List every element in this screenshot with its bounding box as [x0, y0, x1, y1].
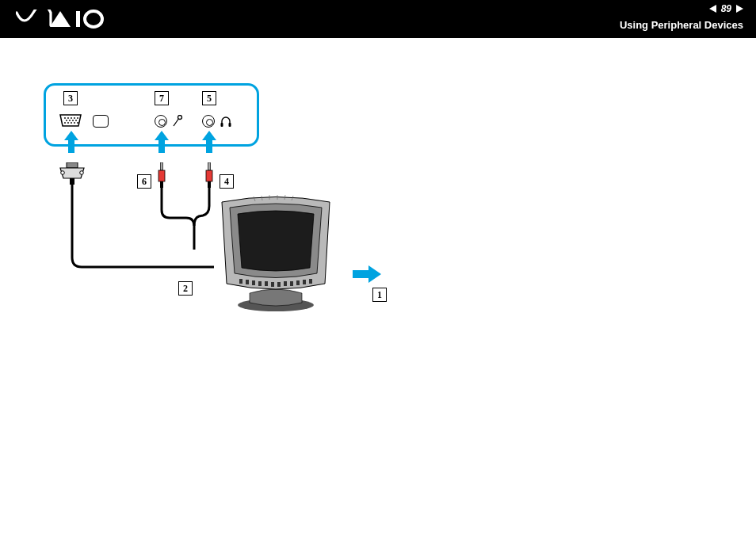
svg-rect-43 [290, 281, 293, 286]
callout-2: 2 [178, 281, 193, 296]
vaio-logo [16, 10, 111, 29]
svg-point-2 [85, 11, 102, 27]
callout-1: 1 [372, 288, 387, 302]
svg-rect-37 [252, 280, 255, 285]
svg-rect-41 [277, 282, 281, 287]
svg-marker-0 [50, 11, 71, 27]
svg-rect-35 [239, 279, 242, 284]
svg-rect-42 [284, 281, 287, 286]
section-title: Using Peripheral Devices [620, 19, 743, 31]
svg-rect-38 [258, 281, 262, 286]
connection-diagram: 3 7 5 6 4 2 [44, 83, 408, 321]
next-page-icon[interactable] [736, 5, 743, 13]
svg-rect-1 [76, 11, 80, 27]
svg-rect-44 [296, 280, 300, 285]
page-header: 89 Using Peripheral Devices [0, 0, 756, 38]
svg-rect-46 [309, 279, 312, 284]
page-number: 89 [721, 3, 731, 14]
prev-page-icon[interactable] [709, 5, 716, 13]
svg-rect-40 [271, 282, 274, 287]
page-navigation: 89 [709, 3, 743, 14]
arrow-right-icon [353, 265, 381, 283]
svg-rect-45 [303, 280, 306, 284]
crt-monitor-icon [206, 190, 345, 313]
svg-rect-36 [246, 280, 249, 284]
svg-rect-39 [265, 281, 268, 286]
svg-marker-53 [353, 265, 381, 283]
